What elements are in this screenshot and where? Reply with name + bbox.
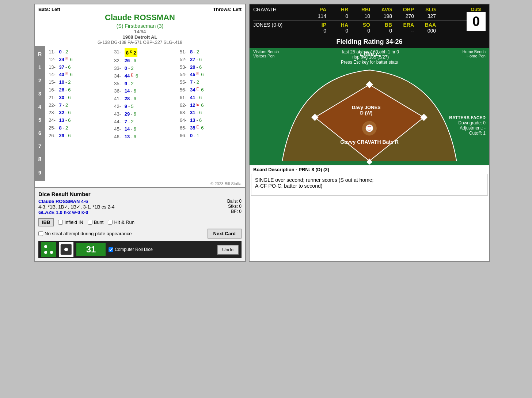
batter-hr: 0 — [334, 13, 348, 19]
batter-name-label: CRAVATH — [253, 7, 312, 12]
batter-obp: 270 — [399, 13, 414, 19]
bunt-input[interactable] — [88, 220, 92, 225]
card-row-14: 14- 43E 6 — [49, 71, 110, 79]
card-row-24: 24- 13-6 — [49, 117, 110, 124]
computer-roll-checkbox[interactable]: Computer Roll Dice — [109, 247, 153, 252]
svg-point-1 — [50, 251, 53, 254]
card-row-13: 13- 37-6 — [49, 64, 110, 71]
throws-label: Throws: Left — [213, 7, 242, 12]
next-card-button[interactable]: Next Card — [208, 229, 242, 239]
obp-header: OBP — [399, 7, 414, 12]
fielding-rating: Fielding Rating 34-26 — [250, 36, 489, 48]
pitcher-ha: 0 — [334, 28, 348, 34]
batter-rbi: 10 — [356, 13, 370, 19]
dice-number-display: 31 — [76, 243, 106, 256]
bunt-checkbox[interactable]: Bunt — [88, 219, 104, 225]
card-row-42: 42- 9-5 — [114, 103, 176, 110]
card-row-66: 66- 0-1 — [180, 132, 242, 140]
no-steal-input[interactable] — [38, 231, 43, 236]
card-row-65: 65- 35E 6 — [180, 124, 242, 132]
card-row-22: 22- 7-2 — [49, 102, 110, 109]
board-desc-text: SINGLE over second; runner scores (S out… — [251, 174, 488, 196]
dice-player: Claude ROSSMAN 4-6 — [38, 199, 224, 204]
card-row-26: 26- 29-6 — [49, 132, 110, 140]
card-row-61: 61- 41-6 — [180, 94, 242, 102]
card-row-36: 36- 14-6 — [114, 87, 176, 95]
card-row-53: 53- 20-6 — [180, 64, 242, 71]
outs-container: Outs 0 — [467, 7, 486, 31]
card-row-34: 34- 44E 6 — [114, 72, 176, 80]
so-header: SO — [356, 22, 370, 28]
card-row-45: 45- 14-6 — [114, 125, 176, 133]
card-row-44: 44- 7-2 — [114, 118, 176, 126]
infield-in-checkbox[interactable]: Infield IN — [58, 219, 83, 225]
baseball-field: "Little c" Press Esc key for batter stat… — [250, 48, 489, 165]
baa-header: BAA — [421, 22, 436, 28]
bf-display: BF: 0 — [227, 209, 242, 214]
player-team: 1908 Detroit AL — [38, 34, 242, 40]
hr-header: HR — [334, 7, 348, 12]
player-name: Claude ROSSMAN — [38, 13, 242, 22]
green-dice-icon — [41, 242, 56, 257]
era-header: ERA — [399, 22, 414, 28]
card-row-25: 25- 8-2 — [49, 124, 110, 132]
card-row-52: 52- 27-6 — [180, 56, 242, 64]
svg-point-0 — [44, 245, 47, 248]
balls-display: Balls: 0 — [227, 199, 242, 204]
card-row-31-highlight: 31- 8 c 2 — [114, 48, 176, 57]
card-row-21: 21- 30-6 — [49, 94, 110, 102]
card-row-16: 16- 26-6 — [49, 86, 110, 94]
infield-in-input[interactable] — [58, 220, 63, 225]
batter-pa: 114 — [312, 13, 326, 19]
stks-display: Stks: 0 — [227, 204, 242, 209]
ha-header: HA — [334, 22, 348, 28]
bb-header: BB — [377, 22, 392, 28]
svg-point-4 — [64, 248, 68, 251]
card-row-55: 55- 7-2 — [180, 79, 242, 86]
batters-faced-info: BATTERS FACED Downgrade: 0 Adjustment: -… — [449, 115, 486, 136]
pitcher-name-label: JONES (0-0) — [253, 22, 312, 28]
computer-roll-input[interactable] — [109, 247, 113, 252]
card-row-63: 63- 31-6 — [180, 109, 242, 117]
card-row-23: 23- 32-6 — [49, 109, 110, 117]
svg-point-10 — [366, 125, 373, 132]
batter-slg: 327 — [421, 13, 436, 19]
pitcher-ip: 0 — [312, 28, 326, 34]
card-row-41: 41- 28-6 — [114, 95, 176, 103]
hit-and-run-checkbox[interactable]: Hit & Run — [108, 219, 134, 225]
card-row-12: 12- 24E 6 — [49, 56, 110, 64]
card-row-33: 33- 0-2 — [114, 65, 176, 72]
outs-display: 0 — [467, 12, 486, 31]
hit-and-run-input[interactable] — [108, 220, 113, 225]
avg-header: AVG — [377, 7, 392, 12]
player-number: 14/64 — [38, 29, 242, 34]
ibb-button[interactable]: IBB — [38, 218, 54, 226]
rbi-header: RBI — [356, 7, 370, 12]
dice-roll-bar: 31 Computer Roll Dice Undo — [38, 241, 242, 258]
batter-display-name: Gavvy CRAVATH Bats R — [340, 139, 398, 145]
ip-header: IP — [312, 22, 326, 28]
copyright: © 2023 Bill Staffa — [35, 181, 245, 187]
pitcher-hand: D (W) — [352, 110, 381, 116]
player-stats: G-138 DG-138 PA-571 OBP-.327 SLG-.418 — [38, 40, 242, 45]
pitcher-so: 0 — [356, 28, 370, 34]
card-row-46: 46- 13-6 — [114, 133, 176, 141]
card-row-64: 64- 13-6 — [180, 117, 242, 124]
pitcher-display-name: Davy JONES — [352, 105, 381, 110]
pitcher-bb: 0 — [377, 28, 392, 34]
white-dice-icon — [59, 242, 73, 257]
card-row-15: 15- 10-2 — [49, 79, 110, 86]
slg-header: SLG — [421, 7, 436, 12]
card-row-35: 35- 9-2 — [114, 80, 176, 88]
undo-button[interactable]: Undo — [217, 245, 239, 255]
row-numbers: R 1 2 3 4 5 6 7 8 9 — [35, 46, 45, 181]
pitcher-era: -- — [399, 28, 414, 34]
bats-label: Bats: Left — [38, 7, 60, 12]
dice-result: 4-3, *1B, 1B✓, 1B✓, 3-1, *1B cs 2-4 — [38, 204, 224, 210]
outs-label: Outs — [471, 7, 482, 12]
no-steal-checkbox[interactable]: No steal attempt during plate appearance — [38, 231, 132, 236]
pitcher-baa: 000 — [421, 28, 436, 34]
dice-title: Dice Result Number — [38, 191, 242, 197]
card-row-43: 43- 29-6 — [114, 110, 176, 118]
board-desc-header: Board Description - PRN: 8 (D) (2) — [250, 165, 489, 174]
